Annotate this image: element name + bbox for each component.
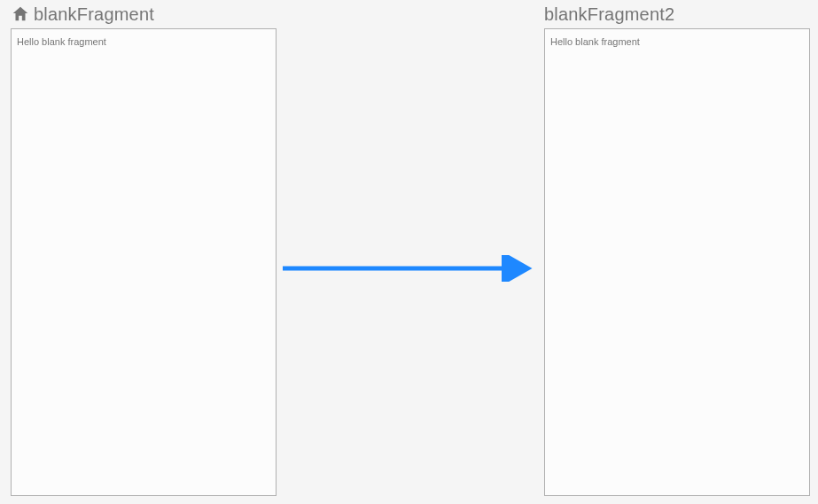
fragment-title-row: blankFragment xyxy=(11,2,277,27)
fragment-title-left: blankFragment xyxy=(34,4,154,25)
fragment-card-text-left: Hello blank fragment xyxy=(17,36,106,47)
fragment-block-left[interactable]: blankFragment Hello blank fragment xyxy=(11,2,277,496)
home-icon xyxy=(11,4,30,24)
fragment-title-right: blankFragment2 xyxy=(544,4,674,25)
fragment-title-row: blankFragment2 xyxy=(544,2,810,27)
fragment-card-text-right: Hello blank fragment xyxy=(550,36,640,47)
fragment-card-right[interactable]: Hello blank fragment xyxy=(544,28,810,496)
fragment-block-right[interactable]: blankFragment2 Hello blank fragment xyxy=(544,2,810,496)
navigation-arrow-icon[interactable] xyxy=(279,255,538,282)
fragment-card-left[interactable]: Hello blank fragment xyxy=(11,28,277,496)
